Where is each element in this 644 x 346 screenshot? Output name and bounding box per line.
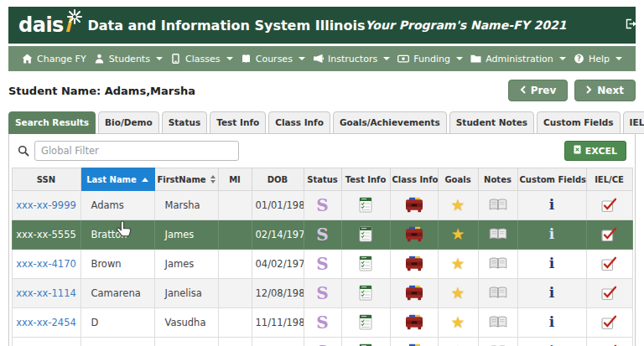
- class-info-desk-icon[interactable]: [404, 197, 424, 213]
- status-s-icon[interactable]: S: [316, 226, 328, 243]
- cell-ssn[interactable]: xxx-xx-4170: [12, 249, 80, 278]
- class-info-desk-icon[interactable]: [404, 314, 424, 330]
- nav-item-funding[interactable]: Funding: [397, 54, 463, 65]
- next-button[interactable]: Next: [574, 80, 636, 101]
- cell-goals[interactable]: ★: [438, 219, 478, 249]
- cell-test-info[interactable]: [341, 337, 390, 346]
- info-i-icon[interactable]: i: [549, 256, 554, 271]
- cell-status[interactable]: S: [304, 249, 341, 278]
- cell-goals[interactable]: ★: [438, 190, 478, 219]
- notes-open-book-icon[interactable]: [489, 228, 507, 240]
- class-info-desk-icon[interactable]: [404, 226, 424, 242]
- goal-star-icon[interactable]: ★: [450, 285, 465, 301]
- ssn-link[interactable]: xxx-xx-5555: [16, 229, 76, 240]
- class-info-desk-icon[interactable]: [404, 285, 424, 301]
- cell-test-info[interactable]: [341, 219, 390, 249]
- column-header-custom-fields[interactable]: Custom Fields: [517, 168, 586, 191]
- student-row-camarena[interactable]: xxx-xx-1114CamarenaJanelisa12/08/1986S★i: [12, 278, 632, 307]
- cell-class-info[interactable]: [390, 219, 438, 249]
- notes-open-book-icon[interactable]: [489, 257, 507, 270]
- cell-notes[interactable]: [478, 249, 517, 278]
- info-i-icon[interactable]: i: [549, 286, 554, 300]
- cell-ssn[interactable]: xxx-xx-9999: [12, 190, 80, 219]
- goal-star-icon[interactable]: ★: [450, 314, 465, 330]
- cell-ssn[interactable]: xxx-xx-2454: [12, 307, 80, 337]
- excel-export-button[interactable]: EXCEL: [564, 141, 626, 161]
- status-s-icon[interactable]: S: [316, 314, 328, 331]
- cell-ssn[interactable]: xxx-xx-5555: [12, 219, 80, 249]
- cell-iel-ce[interactable]: [586, 249, 632, 278]
- cell-status[interactable]: S: [304, 190, 341, 219]
- cell-iel-ce[interactable]: [586, 190, 632, 219]
- column-header-ssn[interactable]: SSN: [12, 168, 80, 191]
- column-header-iel-ce[interactable]: IEL/CE: [586, 168, 632, 191]
- status-s-icon[interactable]: S: [316, 285, 328, 302]
- test-info-clipboard-icon[interactable]: [359, 226, 372, 242]
- cell-custom-fields[interactable]: i: [517, 219, 586, 249]
- ssn-link[interactable]: xxx-xx-9999: [16, 199, 76, 211]
- notes-open-book-icon[interactable]: [489, 287, 507, 299]
- column-header-test-info[interactable]: Test Info: [341, 168, 390, 191]
- cell-custom-fields[interactable]: i: [517, 249, 586, 278]
- cell-ssn[interactable]: xxx-xx-1114: [12, 278, 80, 307]
- cell-goals[interactable]: ★: [438, 337, 478, 346]
- nav-item-change-fy[interactable]: Change FY: [22, 54, 86, 65]
- test-info-clipboard-icon[interactable]: [359, 197, 372, 213]
- cell-iel-ce[interactable]: [586, 219, 632, 249]
- cell-custom-fields[interactable]: i: [517, 307, 586, 337]
- info-i-icon[interactable]: i: [549, 198, 554, 212]
- student-row-bratton[interactable]: xxx-xx-5555BrattonJames02/14/1970S★i: [12, 219, 632, 249]
- ssn-link[interactable]: xxx-xx-4170: [16, 258, 76, 270]
- student-row-d[interactable]: xxx-xx-2454DVasudha11/11/1987S★i: [12, 307, 632, 337]
- cell-ssn[interactable]: [12, 337, 80, 346]
- cell-notes[interactable]: [478, 337, 517, 346]
- red-check-icon[interactable]: [601, 256, 617, 271]
- tab-class-info[interactable]: Class Info: [268, 111, 330, 134]
- ssn-link[interactable]: xxx-xx-1114: [16, 287, 76, 299]
- red-check-icon[interactable]: [601, 198, 617, 213]
- nav-item-help[interactable]: ?Help: [574, 54, 622, 65]
- cell-goals[interactable]: ★: [438, 249, 478, 278]
- goal-star-icon[interactable]: ★: [450, 197, 465, 213]
- cell-iel-ce[interactable]: [586, 337, 632, 346]
- cell-class-info[interactable]: [390, 337, 438, 346]
- nav-item-courses[interactable]: Courses: [241, 54, 305, 65]
- column-header-goals[interactable]: Goals: [438, 168, 478, 191]
- nav-item-classes[interactable]: Classes: [170, 54, 232, 65]
- student-row[interactable]: S★i: [12, 337, 632, 346]
- cell-class-info[interactable]: [390, 307, 438, 337]
- tab-goals-achievements[interactable]: Goals/Achievements: [333, 111, 447, 134]
- class-info-desk-icon[interactable]: [404, 256, 424, 271]
- test-info-clipboard-icon[interactable]: [359, 285, 372, 301]
- info-i-icon[interactable]: i: [549, 315, 554, 329]
- nav-item-administration[interactable]: Administration: [470, 54, 566, 65]
- tab-iel-ce[interactable]: IEL/CE: [623, 111, 644, 134]
- status-s-icon[interactable]: S: [316, 343, 328, 346]
- cell-test-info[interactable]: [341, 249, 390, 278]
- cell-notes[interactable]: [478, 190, 517, 219]
- red-check-icon[interactable]: [601, 286, 617, 301]
- column-header-class-info[interactable]: Class Info: [390, 168, 438, 191]
- tab-custom-fields[interactable]: Custom Fields: [537, 111, 621, 134]
- column-header-notes[interactable]: Notes: [478, 168, 517, 191]
- cell-custom-fields[interactable]: i: [517, 278, 586, 307]
- cell-status[interactable]: S: [304, 337, 341, 346]
- goal-star-icon[interactable]: ★: [450, 256, 465, 271]
- info-i-icon[interactable]: i: [549, 227, 554, 241]
- cell-iel-ce[interactable]: [586, 278, 632, 307]
- column-header-dob[interactable]: DOB: [252, 168, 304, 191]
- cell-class-info[interactable]: [390, 190, 438, 219]
- cell-notes[interactable]: [478, 307, 517, 337]
- column-header-last-name[interactable]: Last Name: [80, 168, 154, 191]
- notes-open-book-icon[interactable]: [489, 316, 507, 328]
- cell-goals[interactable]: ★: [438, 278, 478, 307]
- prev-button[interactable]: Prev: [508, 80, 569, 101]
- cell-class-info[interactable]: [390, 278, 438, 307]
- ssn-link[interactable]: xxx-xx-2454: [16, 317, 76, 328]
- cell-notes[interactable]: [478, 278, 517, 307]
- cell-status[interactable]: S: [304, 307, 341, 337]
- cell-status[interactable]: S: [304, 219, 341, 249]
- cell-test-info[interactable]: [341, 278, 390, 307]
- goal-star-icon[interactable]: ★: [450, 226, 465, 242]
- cell-status[interactable]: S: [304, 278, 341, 307]
